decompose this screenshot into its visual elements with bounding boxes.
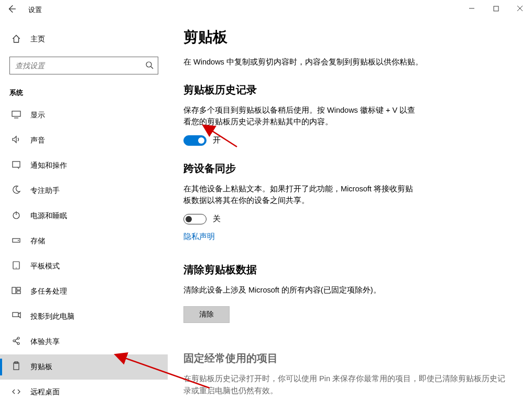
sound-icon (12, 135, 23, 146)
arrow-left-icon (7, 4, 16, 14)
remote-icon (12, 386, 23, 398)
clear-button[interactable]: 清除 (183, 306, 230, 323)
sidebar-item-focus[interactable]: 专注助手 (0, 178, 168, 203)
clear-heading: 清除剪贴板数据 (183, 263, 511, 277)
share-icon (12, 336, 23, 348)
history-toggle-label: 开 (213, 135, 221, 145)
svg-line-24 (15, 341, 17, 343)
sidebar-item-power[interactable]: 电源和睡眠 (0, 203, 168, 229)
clear-desc: 清除此设备上涉及 Microsoft 的所有内容(已固定项除外)。 (183, 284, 419, 296)
sidebar-item-share[interactable]: 体验共享 (0, 329, 168, 354)
sync-toggle-row: 关 (183, 214, 511, 224)
window-title: 设置 (28, 5, 42, 15)
minimize-button[interactable] (460, 0, 484, 17)
page-title: 剪贴板 (183, 27, 511, 47)
svg-rect-16 (12, 287, 16, 294)
multitask-icon (12, 286, 23, 297)
sidebar-item-project[interactable]: 投影到此电脑 (0, 304, 168, 329)
svg-point-15 (16, 267, 17, 268)
svg-point-22 (17, 342, 19, 344)
titlebar: 设置 (0, 0, 532, 20)
pin-desc: 在剪贴板历史记录打开时，你可以使用 Pin 来保存你最常用的项目，即使已清除剪贴… (183, 373, 511, 396)
sidebar-item-clipboard[interactable]: 剪贴板 (0, 354, 168, 380)
settings-window: 设置 主页 (0, 0, 532, 399)
sidebar-item-label: 远程桌面 (30, 387, 60, 397)
intro-text: 在 Windows 中复制或剪切内容时，内容会复制到剪贴板以供你粘贴。 (183, 57, 498, 68)
svg-point-13 (18, 240, 19, 241)
sidebar-item-remote[interactable]: 远程桌面 (0, 380, 168, 399)
home-icon (12, 34, 23, 45)
power-icon (12, 210, 23, 222)
sync-toggle-label: 关 (213, 214, 221, 224)
svg-point-21 (17, 337, 19, 339)
svg-line-23 (15, 339, 17, 340)
maximize-icon (493, 6, 499, 12)
sidebar-nav: 显示 声音 通知和操作 专注助手 电源和睡眠 (0, 103, 168, 399)
sidebar-item-sound[interactable]: 声音 (0, 128, 168, 153)
svg-rect-25 (14, 363, 19, 370)
sidebar-item-label: 电源和睡眠 (30, 211, 67, 221)
window-controls (460, 0, 532, 17)
clipboard-icon (12, 361, 23, 373)
moon-icon (12, 185, 23, 197)
svg-point-5 (146, 62, 151, 67)
search-input[interactable] (14, 61, 145, 70)
sidebar-item-multitask[interactable]: 多任务处理 (0, 279, 168, 304)
sidebar-item-label: 体验共享 (30, 337, 60, 347)
project-icon (12, 311, 23, 322)
sync-toggle[interactable] (183, 214, 207, 224)
sidebar-item-label: 平板模式 (30, 262, 60, 271)
svg-line-6 (151, 67, 153, 69)
sidebar-item-storage[interactable]: 存储 (0, 229, 168, 254)
sidebar-item-label: 投影到此电脑 (30, 312, 74, 321)
svg-rect-2 (494, 6, 498, 11)
maximize-button[interactable] (484, 0, 508, 17)
history-heading: 剪贴板历史记录 (183, 83, 511, 97)
sidebar-section-title: 系统 (9, 88, 168, 98)
sidebar-item-label: 专注助手 (30, 186, 60, 196)
svg-rect-18 (17, 291, 20, 294)
display-icon (12, 110, 23, 121)
content-pane: 剪贴板 在 Windows 中复制或剪切内容时，内容会复制到剪贴板以供你粘贴。 … (168, 20, 532, 399)
sidebar-item-label: 存储 (30, 236, 45, 246)
close-icon (517, 5, 523, 12)
notification-icon (12, 160, 23, 171)
body: 主页 系统 显示 声音 通知 (0, 20, 532, 399)
home-label: 主页 (30, 35, 45, 44)
sidebar-item-notifications[interactable]: 通知和操作 (0, 153, 168, 178)
minimize-icon (469, 5, 475, 12)
pin-heading: 固定经常使用的项目 (183, 351, 511, 365)
sidebar: 主页 系统 显示 声音 通知 (0, 20, 168, 399)
tablet-icon (12, 261, 23, 272)
svg-rect-17 (17, 287, 20, 290)
search-icon (145, 61, 154, 71)
sync-desc: 在其他设备上粘贴文本。如果打开了此功能，Microsoft 将接收剪贴板数据以将… (183, 183, 419, 207)
sidebar-item-display[interactable]: 显示 (0, 103, 168, 128)
privacy-link[interactable]: 隐私声明 (183, 232, 215, 242)
close-button[interactable] (508, 0, 532, 17)
history-toggle[interactable] (183, 135, 207, 146)
history-desc: 保存多个项目到剪贴板以备稍后使用。按 Windows 徽标键 + V 以查看您的… (183, 104, 419, 128)
sidebar-item-label: 声音 (30, 136, 45, 145)
sidebar-item-label: 显示 (30, 111, 45, 120)
history-toggle-row: 开 (183, 135, 511, 146)
sidebar-item-label: 多任务处理 (30, 287, 67, 296)
storage-icon (12, 235, 23, 247)
sidebar-item-label: 通知和操作 (30, 161, 67, 170)
back-button[interactable] (0, 4, 23, 16)
svg-rect-19 (13, 312, 18, 317)
sidebar-item-tablet[interactable]: 平板模式 (0, 254, 168, 279)
svg-rect-9 (13, 161, 20, 167)
svg-rect-7 (12, 111, 20, 116)
svg-point-20 (13, 340, 15, 342)
home-row[interactable]: 主页 (0, 29, 168, 49)
sync-heading: 跨设备同步 (183, 161, 511, 176)
sidebar-item-label: 剪贴板 (30, 362, 52, 372)
search-input-wrapper[interactable] (9, 57, 158, 74)
